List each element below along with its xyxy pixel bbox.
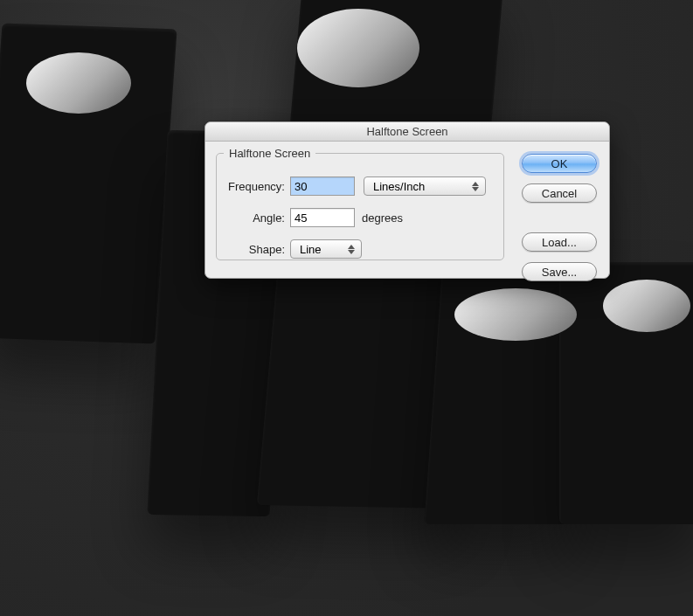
dialog-title: Halftone Screen [205,122,609,142]
frequency-units-value: Lines/Inch [373,180,425,193]
halftone-screen-group: Halftone Screen Frequency: Lines/Inch An… [216,147,504,260]
frequency-row: Frequency: Lines/Inch [217,174,503,198]
frequency-input[interactable] [290,176,355,196]
save-button[interactable]: Save... [522,262,597,281]
angle-label: Angle: [217,211,290,225]
group-legend: Halftone Screen [224,147,315,160]
document-canvas [0,0,693,616]
ok-button[interactable]: OK [522,154,597,173]
dialog-button-column: OK Cancel Load... Save... [522,154,597,281]
artwork-highlight [26,52,131,114]
artwork-highlight [603,280,690,332]
halftone-screen-dialog: Halftone Screen Halftone Screen Frequenc… [204,121,610,279]
angle-input[interactable] [290,208,355,227]
artwork-highlight [454,288,577,341]
cancel-button[interactable]: Cancel [522,183,597,203]
shape-label: Shape: [217,243,290,256]
artwork-highlight [297,9,419,87]
angle-units-text: degrees [362,211,403,225]
frequency-units-select[interactable]: Lines/Inch [364,176,486,196]
chevron-updown-icon [468,179,482,193]
shape-row: Shape: Line [217,237,503,261]
angle-row: Angle: degrees [217,205,503,230]
dialog-body: Halftone Screen Frequency: Lines/Inch An… [205,142,609,278]
chevron-updown-icon [344,242,358,256]
shape-select[interactable]: Line [290,239,362,259]
spacer [522,213,597,222]
frequency-label: Frequency: [217,180,290,193]
shape-value: Line [300,243,322,256]
load-button[interactable]: Load... [522,232,597,252]
